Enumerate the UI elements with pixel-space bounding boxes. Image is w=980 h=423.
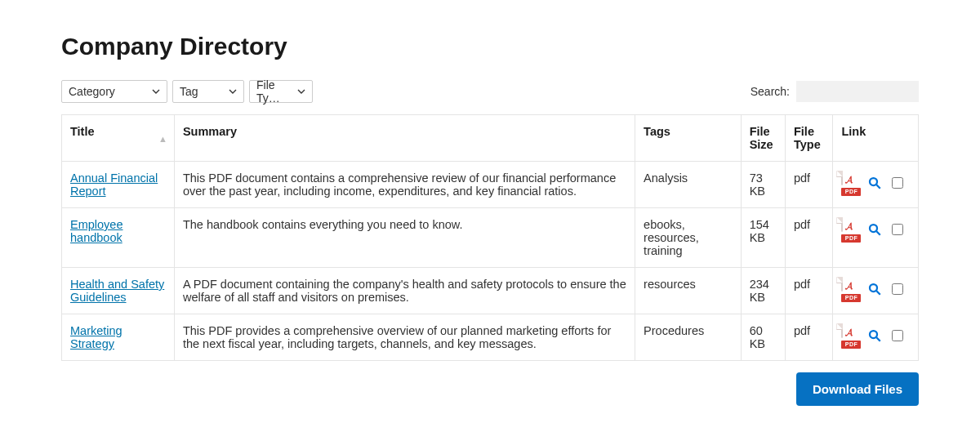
select-row-checkbox[interactable] xyxy=(892,224,903,235)
select-row-checkbox[interactable] xyxy=(892,330,903,341)
document-title-link[interactable]: Marketing Strategy xyxy=(70,324,122,350)
chevron-down-icon xyxy=(229,87,237,96)
filetype-cell: pdf xyxy=(785,162,833,208)
category-select[interactable]: Category xyxy=(61,80,167,103)
svg-point-4 xyxy=(870,284,877,292)
pdf-file-icon[interactable]: 𝓐PDF xyxy=(841,278,861,301)
tag-select-label: Tag xyxy=(180,85,198,98)
filetype-cell: pdf xyxy=(785,314,833,361)
document-title-link[interactable]: Employee handbook xyxy=(70,218,122,244)
column-header-title-label: Title xyxy=(70,125,95,138)
table-row: Marketing StrategyThis PDF provides a co… xyxy=(62,314,919,361)
filesize-cell: 73 KB xyxy=(741,162,785,208)
preview-icon[interactable] xyxy=(867,176,882,190)
filetype-cell: pdf xyxy=(785,268,833,314)
column-header-filetype[interactable]: File Type xyxy=(785,115,833,162)
category-select-label: Category xyxy=(69,85,115,98)
preview-icon[interactable] xyxy=(867,282,882,296)
page-title: Company Directory xyxy=(61,33,919,60)
svg-point-6 xyxy=(870,331,877,338)
chevron-down-icon xyxy=(297,87,305,96)
tags-cell: ebooks, resources, training xyxy=(635,208,742,268)
search-label: Search: xyxy=(751,85,790,98)
sort-asc-icon: ▲ xyxy=(158,134,167,144)
summary-cell: This PDF provides a comprehensive overvi… xyxy=(174,314,635,361)
svg-line-7 xyxy=(877,337,881,341)
svg-line-3 xyxy=(877,231,881,235)
column-header-summary[interactable]: Summary xyxy=(174,115,635,162)
column-header-title[interactable]: Title ▲ xyxy=(62,115,175,162)
svg-line-1 xyxy=(877,185,881,189)
tags-cell: resources xyxy=(635,268,742,314)
document-title-link[interactable]: Annual Financial Report xyxy=(70,171,158,198)
select-row-checkbox[interactable] xyxy=(892,283,903,295)
preview-icon[interactable] xyxy=(867,328,882,343)
download-files-button[interactable]: Download Files xyxy=(796,372,919,406)
table-row: Employee handbookThe handbook contains e… xyxy=(62,208,919,268)
filetype-select[interactable]: File Ty… xyxy=(249,80,313,103)
pdf-file-icon[interactable]: 𝓐PDF xyxy=(841,218,861,241)
summary-cell: This PDF document contains a comprehensi… xyxy=(174,162,635,208)
table-row: Annual Financial ReportThis PDF document… xyxy=(62,162,919,208)
directory-table: Title ▲ Summary Tags File Size File Type… xyxy=(61,114,919,361)
svg-point-2 xyxy=(870,225,877,232)
table-toolbar: Category Tag File Ty… Search: xyxy=(61,80,919,103)
summary-cell: The handbook contains everything you nee… xyxy=(174,208,635,268)
preview-icon[interactable] xyxy=(867,222,882,237)
pdf-badge: PDF xyxy=(841,234,861,243)
pdf-badge: PDF xyxy=(841,341,861,349)
select-row-checkbox[interactable] xyxy=(892,177,903,189)
column-header-filesize[interactable]: File Size xyxy=(741,115,785,162)
svg-line-5 xyxy=(877,291,881,295)
svg-point-0 xyxy=(870,178,877,185)
filetype-cell: pdf xyxy=(785,208,833,268)
tags-cell: Procedures xyxy=(635,314,742,361)
filetype-select-label: File Ty… xyxy=(256,78,291,105)
filesize-cell: 234 KB xyxy=(741,268,785,314)
document-title-link[interactable]: Health and Safety Guidelines xyxy=(70,278,164,304)
tags-cell: Analysis xyxy=(635,162,742,208)
filesize-cell: 154 KB xyxy=(741,208,785,268)
pdf-badge: PDF xyxy=(841,188,861,196)
pdf-file-icon[interactable]: 𝓐PDF xyxy=(841,324,861,347)
column-header-tags[interactable]: Tags xyxy=(635,115,742,162)
search-input[interactable] xyxy=(796,81,919,102)
table-row: Health and Safety GuidelinesA PDF docume… xyxy=(62,268,919,314)
column-header-link[interactable]: Link xyxy=(833,115,919,162)
tag-select[interactable]: Tag xyxy=(172,80,244,103)
chevron-down-icon xyxy=(152,87,160,96)
pdf-file-icon[interactable]: 𝓐PDF xyxy=(841,171,861,194)
filesize-cell: 60 KB xyxy=(741,314,785,361)
summary-cell: A PDF document containing the company's … xyxy=(174,268,635,314)
pdf-badge: PDF xyxy=(841,294,861,302)
